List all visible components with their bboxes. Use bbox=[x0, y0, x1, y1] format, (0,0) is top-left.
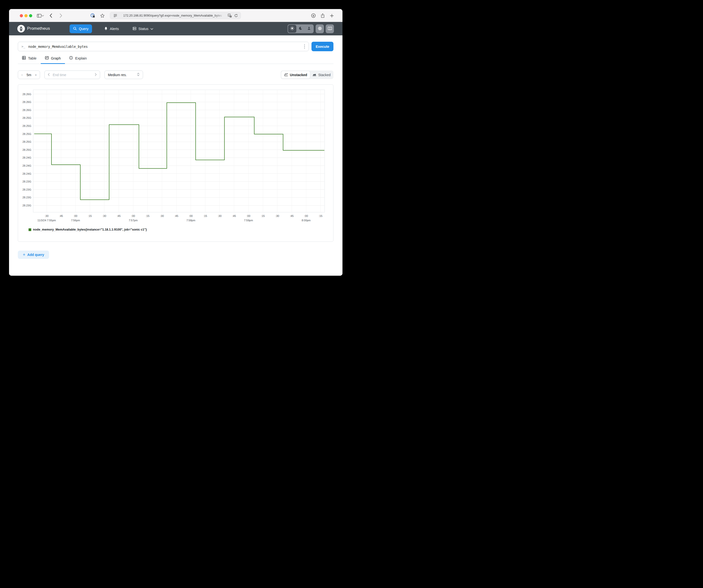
unstacked-line-icon bbox=[284, 73, 288, 77]
settings-button[interactable] bbox=[316, 24, 324, 33]
query-input[interactable]: >_ node_memory_MemAvailable_bytes bbox=[18, 42, 309, 51]
svg-text::15: :15 bbox=[146, 215, 149, 218]
url-field[interactable]: 172.20.166.81:9090/query?g0.expr=node_me… bbox=[110, 12, 241, 19]
svg-text::45: :45 bbox=[290, 215, 293, 218]
svg-text:28.23G: 28.23G bbox=[22, 188, 31, 191]
person-icon bbox=[307, 26, 311, 31]
chevron-down-icon bbox=[150, 27, 153, 31]
info-icon bbox=[69, 56, 73, 61]
execute-button[interactable]: Execute bbox=[311, 42, 333, 51]
brand-title: Prometheus bbox=[27, 26, 50, 31]
svg-text::15: :15 bbox=[261, 215, 264, 218]
downloads-icon[interactable] bbox=[311, 13, 316, 18]
svg-text:28.24G: 28.24G bbox=[22, 164, 31, 167]
sidebar-chevron-down-icon[interactable] bbox=[41, 13, 45, 18]
theme-system-button[interactable] bbox=[305, 25, 313, 33]
svg-text:28.23G: 28.23G bbox=[22, 204, 31, 207]
range-value[interactable]: 5m bbox=[26, 73, 31, 77]
minimize-window-button[interactable] bbox=[24, 14, 27, 17]
reader-mode-icon[interactable] bbox=[112, 13, 118, 18]
nav-item-status[interactable]: Status bbox=[129, 24, 157, 33]
end-time-forward-icon[interactable] bbox=[95, 73, 97, 77]
stacked-button[interactable]: Stacked bbox=[310, 71, 333, 79]
svg-text:28.25G: 28.25G bbox=[22, 148, 31, 151]
close-window-button[interactable] bbox=[20, 14, 23, 17]
bookmark-star-icon[interactable] bbox=[100, 13, 105, 18]
privacy-shield-icon[interactable] bbox=[90, 13, 95, 18]
svg-text::30: :30 bbox=[275, 215, 279, 218]
sun-icon bbox=[290, 26, 294, 31]
end-time-control[interactable]: End time bbox=[45, 71, 100, 79]
main-content: >_ node_memory_MemAvailable_bytes Execut… bbox=[9, 35, 342, 276]
svg-text:28.24G: 28.24G bbox=[22, 172, 31, 175]
new-tab-plus-icon[interactable] bbox=[329, 13, 334, 18]
tab-graph[interactable]: Graph bbox=[41, 56, 65, 64]
documentation-button[interactable] bbox=[326, 24, 334, 33]
svg-text:7:59pm: 7:59pm bbox=[244, 219, 253, 222]
browser-window: 172.20.166.81:9090/query?g0.expr=node_me… bbox=[9, 9, 342, 276]
add-query-button[interactable]: + Add query bbox=[18, 251, 49, 259]
series-legend-label: node_memory_MemAvailable_bytes{instance=… bbox=[33, 228, 147, 231]
back-button-icon[interactable] bbox=[48, 13, 54, 18]
svg-text:7:57pm: 7:57pm bbox=[129, 219, 138, 222]
prometheus-logo bbox=[17, 25, 25, 32]
range-control: − 5m + bbox=[18, 71, 40, 79]
nav-item-query[interactable]: Query bbox=[70, 24, 92, 33]
series-legend[interactable]: node_memory_MemAvailable_bytes{instance=… bbox=[28, 228, 147, 231]
svg-text::30: :30 bbox=[218, 215, 221, 218]
stepper-chevrons-icon[interactable] bbox=[137, 73, 140, 77]
range-increase-button[interactable]: + bbox=[35, 73, 37, 77]
stacked-label: Stacked bbox=[318, 73, 331, 77]
zoom-window-button[interactable] bbox=[29, 14, 32, 17]
unstacked-button[interactable]: Unstacked bbox=[281, 71, 310, 79]
svg-text:28.26G: 28.26G bbox=[22, 108, 31, 111]
tab-table-label: Table bbox=[28, 56, 36, 60]
query-options-kebab-icon[interactable] bbox=[301, 44, 308, 49]
nav-item-alerts[interactable]: Alerts bbox=[100, 24, 122, 33]
svg-text::30: :30 bbox=[45, 215, 49, 218]
svg-text::45: :45 bbox=[174, 215, 178, 218]
translate-icon[interactable]: Ax bbox=[227, 13, 232, 18]
tab-explain[interactable]: Explain bbox=[65, 56, 91, 64]
svg-text:28.25G: 28.25G bbox=[22, 116, 31, 119]
end-time-placeholder[interactable]: End time bbox=[53, 73, 95, 77]
add-query-label: Add query bbox=[27, 253, 44, 257]
tab-graph-label: Graph bbox=[51, 56, 61, 60]
query-expression[interactable]: node_memory_MemAvailable_bytes bbox=[28, 45, 301, 49]
svg-text:28.25G: 28.25G bbox=[22, 124, 31, 128]
graph-icon bbox=[45, 56, 49, 61]
svg-text::00: :00 bbox=[74, 215, 77, 218]
theme-light-button[interactable] bbox=[288, 25, 296, 33]
nav-item-status-label: Status bbox=[138, 27, 148, 31]
tab-table[interactable]: Table bbox=[18, 56, 41, 64]
url-text[interactable]: 172.20.166.81:9090/query?g0.expr=node_me… bbox=[123, 14, 227, 17]
svg-text::00: :00 bbox=[246, 215, 250, 218]
stacking-toggle: Unstacked Stacked bbox=[281, 71, 333, 79]
range-decrease-button[interactable]: − bbox=[21, 73, 23, 77]
svg-text::45: :45 bbox=[232, 215, 236, 218]
server-stack-icon bbox=[133, 26, 137, 31]
share-icon[interactable] bbox=[320, 13, 325, 18]
browser-toolbar: 172.20.166.81:9090/query?g0.expr=node_me… bbox=[9, 9, 342, 22]
svg-text::30: :30 bbox=[102, 215, 106, 218]
graph-svg[interactable]: 28.26G28.26G28.26G28.25G28.25G28.25G28.2… bbox=[18, 85, 333, 242]
nav-item-query-label: Query bbox=[79, 27, 89, 31]
svg-text:28.25G: 28.25G bbox=[22, 140, 31, 143]
theme-dark-button[interactable] bbox=[296, 25, 305, 33]
nav-item-alerts-label: Alerts bbox=[110, 27, 119, 31]
prometheus-navbar: Prometheus Query Alerts Status bbox=[9, 22, 342, 35]
end-time-back-icon[interactable] bbox=[48, 73, 50, 77]
svg-text::45: :45 bbox=[117, 215, 121, 218]
svg-text:28.25G: 28.25G bbox=[22, 133, 31, 136]
search-icon bbox=[73, 26, 77, 31]
reload-icon[interactable] bbox=[233, 13, 239, 18]
svg-text::15: :15 bbox=[319, 215, 322, 218]
svg-text::45: :45 bbox=[59, 215, 63, 218]
svg-text:11/3/24 7:55pm: 11/3/24 7:55pm bbox=[37, 219, 56, 222]
graph-panel: 28.26G28.26G28.26G28.25G28.25G28.25G28.2… bbox=[18, 84, 333, 242]
terminal-prompt-icon: >_ bbox=[21, 45, 25, 48]
resolution-select[interactable]: Medium res. bbox=[104, 71, 143, 79]
theme-switcher bbox=[288, 24, 314, 33]
forward-button-icon[interactable] bbox=[58, 13, 64, 18]
svg-text:7:56pm: 7:56pm bbox=[71, 219, 80, 222]
